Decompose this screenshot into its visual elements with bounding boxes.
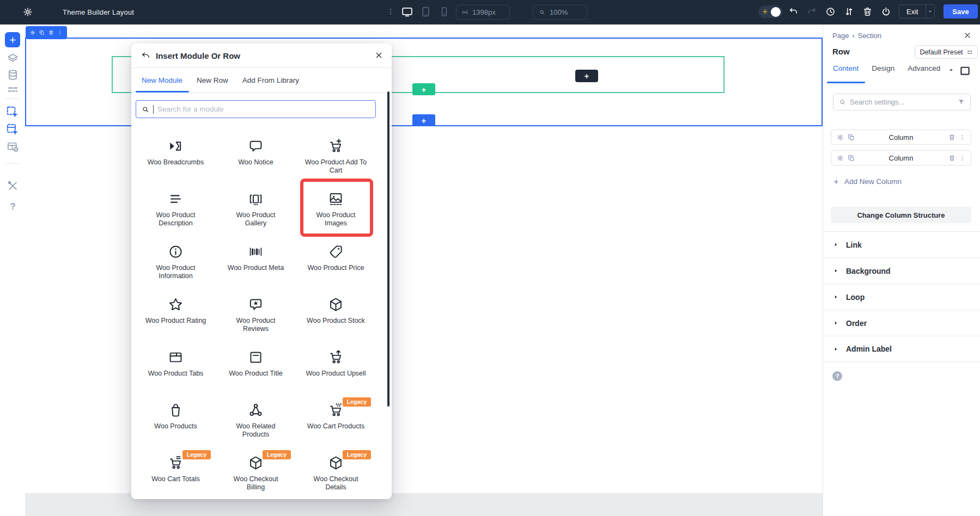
back-arrow-icon[interactable] [141,51,150,60]
section-label: Background [846,267,891,275]
save-button[interactable]: Save [944,4,978,19]
add-row-button[interactable]: + [412,83,435,95]
gear-icon[interactable] [30,29,35,36]
trash-icon[interactable] [862,7,873,17]
phone-icon[interactable] [439,6,450,17]
default-preset-button[interactable]: Default Preset [915,45,978,59]
sidebar-item-table-settings[interactable] [7,140,19,153]
module-item[interactable]: Woo Product Meta [216,234,296,286]
desktop-icon[interactable] [401,6,413,17]
section-toggle-loop[interactable]: Loop [823,284,980,310]
section-toggle-link[interactable]: Link [823,231,980,257]
module-item[interactable]: Woo Product Images [296,181,376,234]
tab-design[interactable]: Design [872,64,894,72]
module-item[interactable]: Woo Product Price [296,234,376,286]
close-icon[interactable] [375,51,383,59]
sort-icon[interactable] [844,7,854,17]
section-toggle-admin-label[interactable]: Admin Label [823,336,980,362]
trash-icon[interactable] [948,134,955,141]
sidebar-item-tools[interactable] [7,180,19,192]
star-icon [168,297,184,312]
history-icon[interactable] [825,7,836,17]
tab-advanced[interactable]: Advanced [908,64,940,72]
canvas-width-field[interactable] [456,5,510,20]
kebab-dots-icon[interactable] [959,134,965,140]
add-module-button[interactable]: + [575,70,598,82]
breadcrumb-section[interactable]: Section [858,32,881,40]
module-label: Woo Breadcrumbs [148,158,204,167]
tab-new-row[interactable]: New Row [197,76,228,84]
desktop-preview-icon[interactable] [959,65,971,76]
duplicate-icon[interactable] [848,155,855,162]
tablet-icon[interactable] [420,6,431,17]
help-button[interactable]: ? [832,371,842,381]
kebab-dots-icon[interactable] [959,155,965,161]
module-item[interactable]: Woo Product Gallery [216,181,296,234]
tab-content[interactable]: Content [833,64,859,72]
filter-icon[interactable] [958,99,965,106]
module-item[interactable]: Woo Product Reviews [216,286,296,339]
zoom-field[interactable] [533,5,587,20]
active-tab-underline [136,91,189,93]
redo-icon[interactable] [807,7,817,17]
module-item[interactable]: Woo Cart ProductsLegacy [296,392,376,445]
caret-down-icon[interactable] [948,67,954,73]
undo-icon[interactable] [788,7,799,17]
section-toggle-background[interactable]: Background [823,257,980,284]
module-item[interactable]: Woo Cart TotalsLegacy [136,445,216,497]
module-label: Woo Product Title [229,370,282,378]
sidebar-item-select-row[interactable] [5,122,20,137]
module-item[interactable]: Woo Product Stock [296,286,376,339]
sidebar-item-database[interactable] [7,69,19,81]
column-row[interactable]: Column [831,130,971,145]
kebab-dots-icon[interactable] [57,29,63,36]
portability-icon[interactable] [881,7,891,17]
module-item[interactable]: Woo Related Products [216,392,296,445]
module-search-input[interactable] [157,105,370,113]
module-item[interactable]: Woo Product Rating [136,286,216,339]
gear-icon[interactable] [837,155,844,162]
module-item[interactable]: Woo Product Add To Cart [296,128,376,181]
sidebar-item-layers[interactable] [7,52,19,65]
section-toggle-order[interactable]: Order [823,310,980,336]
sidebar-item-select-module[interactable] [5,105,20,119]
sidebar-item-help[interactable]: ? [7,200,19,213]
settings-search-input[interactable] [850,98,954,106]
modal-tabs: New Module New Row Add From Library [131,68,392,93]
page-title: Theme Builder Layout [63,8,134,16]
duplicate-icon[interactable] [848,134,855,141]
kebab-dots-icon[interactable] [387,6,394,17]
module-item[interactable]: Woo Product Information [136,234,216,286]
module-item[interactable]: Woo Product Description [136,181,216,234]
duplicate-icon[interactable] [39,29,45,36]
module-item[interactable]: Woo Products [136,392,216,445]
close-icon[interactable] [964,32,971,39]
canvas-width-input[interactable] [472,8,504,16]
change-column-structure-button[interactable]: Change Column Structure [831,207,971,223]
module-item[interactable]: Woo Checkout BillingLegacy [216,445,296,497]
tab-new-module[interactable]: New Module [142,76,182,84]
module-item[interactable]: Woo Product Title [216,339,296,392]
trash-icon[interactable] [48,29,54,36]
add-new-column-button[interactable]: Add New Column [833,177,902,186]
module-item[interactable]: Woo Breadcrumbs [136,128,216,181]
module-item[interactable]: Woo Product Upsell [296,339,376,392]
sidebar-item-add-button[interactable] [5,32,20,47]
exit-button[interactable]: Exit [899,4,935,19]
zoom-input[interactable] [550,8,581,16]
module-item[interactable]: Woo Checkout DetailsLegacy [296,445,376,497]
column-row[interactable]: Column [831,150,971,165]
module-item[interactable]: Woo Notice [216,128,296,181]
tab-add-from-library[interactable]: Add From Library [242,76,299,84]
trash-icon[interactable] [948,155,955,162]
sidebar-item-list-view[interactable] [7,84,19,96]
module-label: Woo Product Meta [228,264,284,272]
module-item[interactable]: Woo Product Tabs [136,339,216,392]
modal-scrollbar[interactable] [387,91,389,407]
breadcrumb-page[interactable]: Page [832,32,849,40]
add-section-button[interactable]: + [412,114,435,126]
exit-dropdown[interactable] [926,5,934,18]
gear-icon[interactable] [23,7,33,17]
gear-icon[interactable] [837,134,844,141]
theme-toggle[interactable] [758,5,782,18]
